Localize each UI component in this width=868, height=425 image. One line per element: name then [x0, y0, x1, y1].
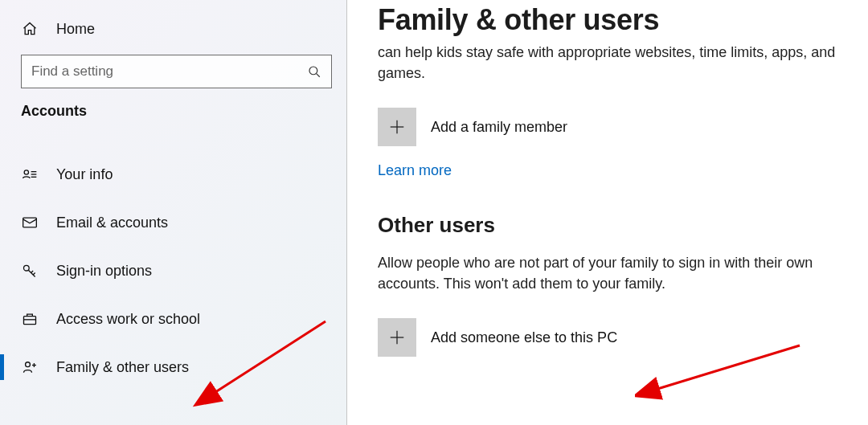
briefcase-icon: [21, 310, 39, 328]
sidebar-item-family[interactable]: Family & other users: [0, 343, 346, 391]
home-label: Home: [56, 21, 95, 38]
learn-more-link[interactable]: Learn more: [378, 162, 452, 179]
add-other-label: Add someone else to this PC: [431, 329, 617, 346]
sidebar-item-label: Sign-in options: [56, 263, 152, 280]
main-content: Family & other users can help kids stay …: [347, 0, 868, 425]
mail-icon: [21, 214, 39, 231]
plus-icon: [378, 108, 416, 146]
add-other-user-button[interactable]: Add someone else to this PC: [378, 318, 854, 357]
sidebar-section-heading: Accounts: [0, 103, 346, 120]
family-description: can help kids stay safe with appropriate…: [378, 42, 854, 84]
sidebar-item-your-info[interactable]: Your info: [0, 150, 346, 198]
sidebar-item-label: Email & accounts: [56, 215, 168, 231]
other-users-heading: Other users: [378, 213, 854, 238]
user-card-icon: [21, 166, 39, 183]
svg-rect-8: [24, 317, 36, 325]
svg-point-2: [24, 170, 28, 174]
sidebar-item-work-school[interactable]: Access work or school: [0, 295, 346, 343]
svg-line-1: [317, 74, 320, 77]
key-icon: [21, 262, 39, 280]
svg-point-0: [309, 67, 317, 75]
home-icon: [21, 20, 39, 38]
people-plus-icon: [21, 358, 39, 376]
other-users-description: Allow people who are not part of your fa…: [378, 252, 854, 294]
svg-rect-6: [23, 218, 37, 227]
sidebar-item-email[interactable]: Email & accounts: [0, 198, 346, 247]
sidebar-item-label: Family & other users: [56, 359, 189, 376]
page-title: Family & other users: [378, 3, 854, 37]
plus-icon: [378, 318, 416, 357]
sidebar-item-label: Access work or school: [56, 311, 200, 328]
svg-point-7: [24, 265, 30, 271]
search-icon: [307, 64, 321, 79]
settings-sidebar: Home Accounts Your info: [0, 0, 347, 425]
add-family-label: Add a family member: [431, 119, 567, 136]
sidebar-item-signin[interactable]: Sign-in options: [0, 247, 346, 295]
home-nav[interactable]: Home: [0, 14, 346, 43]
add-family-button[interactable]: Add a family member: [378, 108, 854, 146]
search-input[interactable]: [31, 63, 307, 80]
sidebar-item-label: Your info: [56, 166, 113, 183]
search-input-wrapper[interactable]: [21, 55, 332, 88]
svg-point-10: [26, 362, 31, 367]
